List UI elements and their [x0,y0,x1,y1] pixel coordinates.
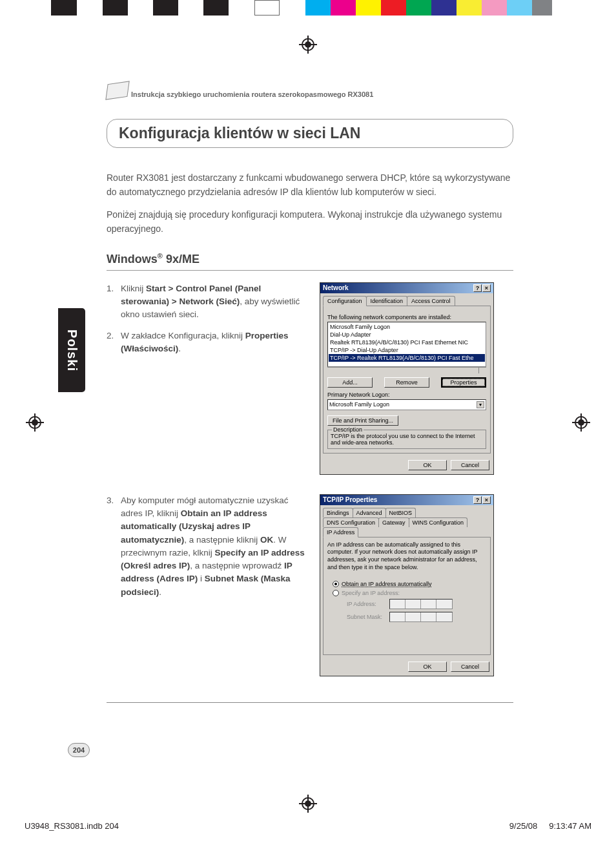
footer-rule [107,702,513,703]
language-label: Polski [65,329,79,371]
ip-address-field: IP Address: [347,599,486,609]
tab-netbios[interactable]: NetBIOS [385,508,416,517]
subheading: Windows® 9x/ME [107,252,513,271]
step-item: 3. Aby komputer mógł automatycznie uzysk… [107,494,307,599]
steps-column: 1. Kliknij Start > Control Panel (Panel … [107,282,307,475]
radio-icon[interactable] [333,590,339,596]
section-title: Konfiguracja klientów w sieci LAN [119,125,501,142]
remove-button[interactable]: Remove [384,377,429,388]
registration-mark-icon [299,795,317,813]
step-row: 1. Kliknij Start > Control Panel (Panel … [107,282,513,475]
dialog-title: TCP/IP Properties [323,496,377,503]
language-tab: Polski [58,308,85,392]
registration-mark-icon [26,413,44,432]
tab-dns[interactable]: DNS Configuration [323,517,379,527]
step-item: 1. Kliknij Start > Control Panel (Panel … [107,282,307,322]
primary-logon-label: Primary Network Logon: [327,391,486,398]
page-content: Instrukcja szybkiego uruchomienia router… [107,90,513,703]
cancel-button[interactable]: Cancel [451,460,489,470]
ok-button[interactable]: OK [408,460,447,470]
tab-strip: Bindings Advanced NetBIOS [320,505,493,517]
tab-strip: Configuration Identification Access Cont… [320,293,493,306]
dialog-titlebar: TCP/IP Properties ? × [320,495,493,505]
tab-configuration[interactable]: Configuration [323,296,367,306]
dialog-titlebar: Network ? × [320,283,493,293]
section-title-box: Konfiguracja klientów w sieci LAN [107,119,513,148]
registration-mark-icon [299,36,317,54]
properties-button[interactable]: Properties [441,377,486,388]
list-label: The following network components are ins… [327,314,486,320]
list-item-selected[interactable]: TCP/IP -> Realtek RTL8139(A/B/C/8130) PC… [329,354,485,362]
cancel-button[interactable]: Cancel [451,662,489,672]
file-print-sharing-button[interactable]: File and Print Sharing... [327,415,398,426]
dialog-title: Network [323,284,348,291]
close-icon[interactable]: × [482,284,491,292]
tab-strip-row2: DNS Configuration Gateway WINS Configura… [320,517,493,537]
chevron-down-icon[interactable]: ▾ [477,401,484,408]
paragraph: Poniżej znajdują się procedury konfigura… [107,208,513,236]
add-button[interactable]: Add... [327,377,373,388]
step-row: 3. Aby komputer mógł automatycznie uzysk… [107,494,513,676]
tcpip-dialog: TCP/IP Properties ? × Bindings Advanced … [320,494,494,676]
primary-logon-combo[interactable]: Microsoft Family Logon ▾ [327,399,486,410]
radio-icon[interactable] [333,581,339,587]
scrollbar[interactable] [327,367,486,373]
page-number-badge: 204 [68,743,90,757]
ok-button[interactable]: OK [408,662,447,672]
doc-footer-datetime: 9/25/08 9:13:47 AM [509,821,591,831]
radio-specify[interactable]: Specify an IP address: [333,590,486,596]
tab-identification[interactable]: Identification [366,296,408,306]
step-item: 2. W zakładce Konfiguracja, kliknij Prop… [107,329,307,356]
tab-access-control[interactable]: Access Control [407,296,455,306]
running-head: Instrukcja szybkiego uruchomienia router… [107,90,513,98]
printer-color-strip [0,0,616,16]
list-item[interactable]: Dial-Up Adapter [329,331,485,339]
help-icon[interactable]: ? [473,496,482,504]
screenshot: TCP/IP Properties ? × Bindings Advanced … [320,494,494,676]
description-text: TCP/IP is the protocol you use to connec… [331,433,483,446]
tab-panel: An IP address can be automatically assig… [323,537,491,655]
tab-wins[interactable]: WINS Configuration [409,517,468,527]
network-dialog: Network ? × Configuration Identification… [320,282,494,475]
list-item[interactable]: TCP/IP -> Dial-Up Adapter [329,346,485,354]
doc-footer-file: U3948_RS3081.indb 204 [25,821,119,831]
tab-bindings[interactable]: Bindings [323,508,353,517]
list-item[interactable]: Microsoft Family Logon [329,323,485,331]
tab-gateway[interactable]: Gateway [378,517,409,527]
subnet-mask-field: Subnet Mask: [347,612,486,622]
registration-mark-icon [572,413,590,432]
screenshot: Network ? × Configuration Identification… [320,282,494,475]
description-groupbox: Description TCP/IP is the protocol you u… [327,430,486,449]
help-icon[interactable]: ? [473,284,482,292]
subnet-input[interactable] [389,612,453,622]
close-icon[interactable]: × [482,496,491,504]
steps-column: 3. Aby komputer mógł automatycznie uzysk… [107,494,307,676]
tab-ip-address[interactable]: IP Address [323,527,358,537]
tab-panel: The following network components are ins… [323,306,491,454]
component-listbox[interactable]: Microsoft Family Logon Dial-Up Adapter R… [327,322,486,367]
radio-obtain-auto[interactable]: Obtain an IP address automatically [333,581,486,587]
list-item[interactable]: Realtek RTL8139(A/B/C/8130) PCI Fast Eth… [329,339,485,346]
paragraph: Router RX3081 jest dostarczany z funkcam… [107,171,513,199]
tab-advanced[interactable]: Advanced [353,508,386,517]
ip-input[interactable] [389,599,453,609]
info-text: An IP address can be automatically assig… [327,541,486,572]
